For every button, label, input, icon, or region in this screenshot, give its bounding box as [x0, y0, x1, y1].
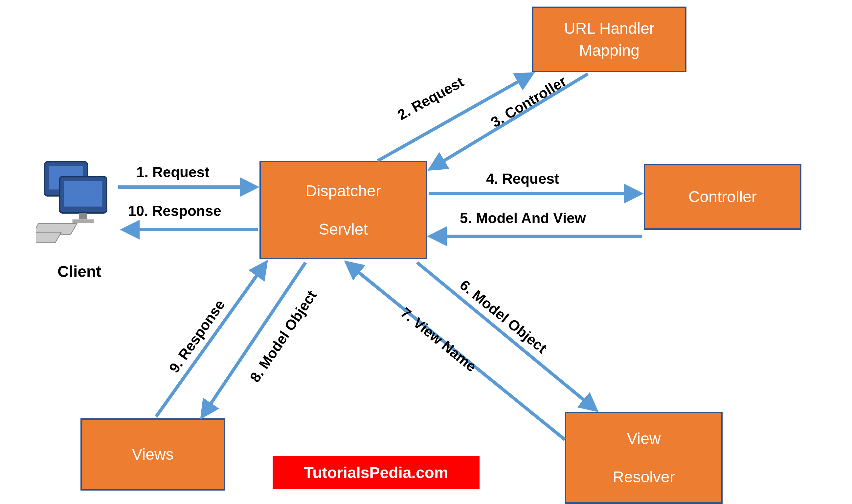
svg-line-17: [156, 263, 266, 417]
edge-7-label: 7. View Name: [398, 304, 480, 375]
dispatcher-servlet-box: Dispatcher Servlet: [260, 161, 427, 259]
edge-2-label: 2. Request: [395, 73, 467, 123]
view-resolver-box: View Resolver: [565, 412, 723, 504]
dispatcher-line1: Dispatcher: [306, 180, 381, 202]
client-icon: [36, 158, 122, 243]
svg-rect-3: [64, 181, 103, 207]
controller-text: Controller: [689, 186, 757, 208]
edge-5-label: 5. Model And View: [460, 210, 586, 227]
client-label: Client: [57, 263, 101, 281]
view-resolver-line1: View: [627, 428, 661, 450]
views-box: Views: [81, 418, 225, 490]
controller-box: Controller: [644, 164, 801, 230]
edge-1-label: 1. Request: [136, 164, 210, 180]
url-handler-line1: URL Handler: [564, 17, 655, 39]
svg-rect-7: [36, 232, 62, 243]
edge-9-label: 9. Response: [166, 296, 228, 376]
url-handler-mapping-box: URL Handler Mapping: [532, 6, 686, 72]
url-handler-line2: Mapping: [579, 39, 640, 61]
dispatcher-line2: Servlet: [318, 218, 367, 240]
svg-rect-4: [79, 213, 87, 219]
edge-6-label: 6. Model Object: [456, 276, 550, 356]
edge-4-label: 4. Request: [486, 170, 559, 187]
view-resolver-line2: Resolver: [612, 466, 675, 488]
watermark: TutorialsPedia.com: [273, 456, 480, 489]
edge-10-label: 10. Response: [128, 203, 221, 219]
edge-3-label: 3. Controller: [488, 73, 570, 131]
svg-rect-5: [73, 219, 94, 223]
edge-8-label: 8. Model Object: [247, 287, 320, 385]
views-text: Views: [132, 443, 173, 465]
